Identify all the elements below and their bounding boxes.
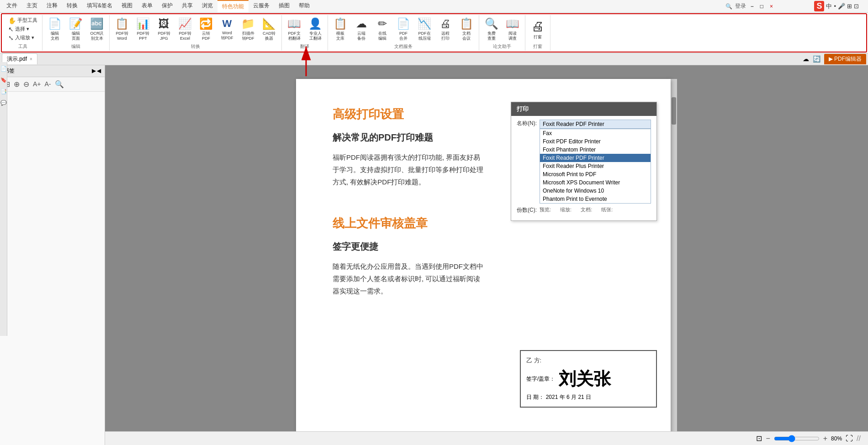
ribbon-group-edit: 📄 编辑文档 📝 编辑页面 🔤 OCR识别文本 编辑: [42, 15, 110, 51]
zoom-out-button[interactable]: −: [766, 435, 770, 443]
font-decrease-icon[interactable]: A-: [43, 79, 53, 89]
tab-file[interactable]: 文件: [2, 0, 22, 12]
left-nav-icon3[interactable]: 📑: [0, 89, 7, 94]
fit-page-icon[interactable]: ⊡: [756, 434, 762, 443]
arrow-annotation: [288, 42, 324, 80]
edit-doc-button[interactable]: 📄 编辑文档: [45, 16, 64, 42]
pdf-scrollbar[interactable]: [671, 79, 677, 445]
sidebar-collapse-icon[interactable]: ◀: [97, 68, 101, 74]
edit-page-icon: 📝: [69, 17, 83, 30]
cloud-backup-button[interactable]: ☁ 云端备份: [352, 16, 371, 42]
bottom-bar: ⊡ − + 80% ⛶ //: [105, 431, 868, 445]
printer-list-item[interactable]: Phantom Print to Evernote: [540, 195, 651, 203]
pdf-editor-tab[interactable]: ▶ PDF编辑器: [824, 54, 866, 64]
login-button[interactable]: 登录: [735, 2, 746, 10]
pdf-scrollbar-thumb[interactable]: [672, 97, 676, 125]
sidebar-toolbar: ⊞ ⊕ ⊖ A+ A- 🔍: [0, 77, 105, 92]
yi-fang-label: 乙 方:: [526, 356, 651, 365]
printer-list-item[interactable]: Fax: [540, 129, 651, 137]
printer-list-item[interactable]: Microsoft Print to PDF: [540, 170, 651, 178]
window-minimize[interactable]: −: [749, 3, 756, 10]
online-edit-button[interactable]: ✏ 在线编辑: [373, 16, 392, 42]
bookmark-add-icon[interactable]: ⊕: [12, 79, 21, 89]
search-button[interactable]: 🔍: [725, 3, 732, 10]
cloud-to-pdf-button[interactable]: 🔁 云转PDF: [196, 16, 216, 42]
zoom-button[interactable]: ⤡ 入缩放 ▾: [6, 34, 39, 42]
section2-subtitle: 签字更便捷: [333, 241, 634, 253]
doc-meeting-button[interactable]: 📋 文档会议: [457, 16, 476, 42]
printer-list-item[interactable]: Foxit PDF Editor Printer: [540, 137, 651, 146]
sidebar-expand-icon[interactable]: ▶: [92, 68, 96, 74]
edit-doc-icon: 📄: [48, 17, 62, 30]
template-button[interactable]: 📋 模板文库: [331, 16, 350, 42]
sidebar-search-icon[interactable]: 🔍: [53, 79, 65, 89]
pdf-viewer[interactable]: 高级打印设置 解决常见的PDF打印难题 福昕PDF阅读器拥有强大的打印功能, 界…: [105, 65, 868, 445]
tab-plugin[interactable]: 插图: [274, 0, 294, 12]
pdf-to-word-button[interactable]: 📋 PDF转Word: [112, 16, 132, 42]
left-nav-icon1[interactable]: 📄: [0, 66, 7, 72]
bookmark-remove-icon[interactable]: ⊖: [22, 79, 31, 89]
plagiarism-button[interactable]: 🔍 免费查重: [482, 16, 501, 42]
tab-share[interactable]: 共享: [177, 0, 197, 12]
tab-form[interactable]: 表单: [137, 0, 157, 12]
pdf-excel-icon: 📈: [178, 17, 192, 30]
tab-browse[interactable]: 浏览: [197, 0, 217, 12]
reading-survey-icon: 📖: [506, 17, 519, 30]
printer-list[interactable]: Fax Foxit PDF Editor Printer Foxit Phant…: [540, 129, 651, 204]
printer-list-item[interactable]: OneNote for Windows 10: [540, 187, 651, 195]
fullscreen-icon[interactable]: ⛶: [846, 435, 853, 443]
font-increase-icon[interactable]: A+: [32, 79, 42, 89]
select-button[interactable]: ↖ 选择 ▾: [6, 25, 39, 33]
edit-page-button[interactable]: 📝 编辑页面: [66, 16, 85, 42]
tab-view[interactable]: 视图: [117, 0, 137, 12]
left-nav-icon4[interactable]: 💬: [0, 100, 7, 106]
cad-icon: 📐: [262, 17, 276, 30]
word-to-pdf-button[interactable]: W Word转PDF: [217, 16, 237, 42]
zoom-in-button[interactable]: +: [823, 435, 827, 443]
printer-list-item[interactable]: Microsoft XPS Document Writer: [540, 178, 651, 187]
printer-name-input[interactable]: Foxit Reader PDF Printer: [540, 120, 651, 129]
doc-meeting-icon: 📋: [460, 17, 473, 30]
cloud-backup-icon: ☁: [356, 17, 367, 30]
left-nav-icon2[interactable]: 🔖: [0, 77, 7, 83]
tab-special[interactable]: 特色功能: [217, 0, 249, 12]
cloud-pdf-icon: 🔁: [199, 17, 213, 30]
printer-list-item[interactable]: Foxit Phantom Printer: [540, 146, 651, 154]
tab-comment[interactable]: 注释: [42, 0, 62, 12]
scan-to-pdf-button[interactable]: 📁 扫描件转PDF: [238, 16, 258, 42]
pdf-to-ppt-button[interactable]: 📊 PDF转PPT: [133, 16, 153, 42]
foxit-mic-icon: 🎤: [838, 3, 845, 10]
cad-converter-button[interactable]: 📐 CAD转换器: [259, 16, 279, 42]
tab-home[interactable]: 主页: [22, 0, 42, 12]
pdf-compress-button[interactable]: 📉 PDF在线压缩: [415, 16, 434, 42]
zoom-label: 缩放:: [560, 206, 572, 213]
handtool-button[interactable]: ✋ 手型工具: [6, 16, 39, 25]
window-close[interactable]: ×: [768, 3, 775, 10]
ribbon-group-tools: ✋ 手型工具 ↖ 选择 ▾ ⤡ 入缩放 ▾ 工具: [4, 15, 42, 51]
tab-convert[interactable]: 转换: [62, 0, 82, 12]
tab-close-button[interactable]: ×: [30, 57, 32, 62]
remote-print-button[interactable]: 🖨 远程打印: [436, 16, 455, 42]
main-layout: 书签 ▶ ◀ ⊞ ⊕ ⊖ A+ A- 🔍 📄 🔖 📑 💬: [0, 65, 868, 445]
sig-name: 刘关张: [559, 367, 611, 391]
tab-help[interactable]: 帮助: [294, 0, 314, 12]
pro-translate-button[interactable]: 👤 专业人工翻译: [306, 16, 325, 42]
print-dialog[interactable]: 打印 名称(N): Foxit Reader PDF Printer Fax F…: [511, 102, 657, 221]
print-group-label: 打窗: [533, 42, 542, 50]
pdf-word-icon: 📋: [115, 17, 129, 30]
print-button[interactable]: 🖨 打窗: [528, 17, 547, 41]
ocr-button[interactable]: 🔤 OCR识别文本: [87, 16, 106, 42]
window-maximize[interactable]: □: [758, 3, 765, 10]
pdf-to-jpg-button[interactable]: 🖼 PDF转JPG: [154, 16, 174, 42]
printer-list-item-selected[interactable]: Foxit Reader PDF Printer: [540, 154, 651, 162]
pdf-merge-button[interactable]: 📄 PDF合并: [394, 16, 413, 42]
tab-protect[interactable]: 保护: [157, 0, 177, 12]
pdf-translate-button[interactable]: 📖 PDF文档翻译: [285, 16, 304, 42]
edit-group-label: 编辑: [71, 42, 80, 50]
reading-survey-button[interactable]: 📖 阅读调查: [503, 16, 522, 42]
zoom-slider[interactable]: [774, 435, 820, 442]
tab-sign[interactable]: 填写&签名: [82, 0, 117, 12]
printer-list-item[interactable]: Foxit Reader Plus Printer: [540, 162, 651, 170]
pdf-to-excel-button[interactable]: 📈 PDF转Excel: [175, 16, 195, 42]
tab-cloud[interactable]: 云服务: [249, 0, 274, 12]
